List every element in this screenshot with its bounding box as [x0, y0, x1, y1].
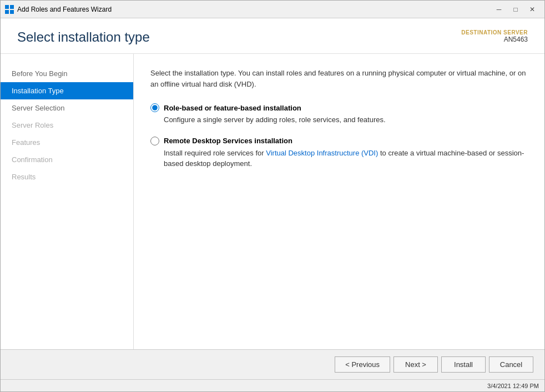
maximize-button[interactable]: □: [508, 4, 523, 15]
main-content: Select installation type DESTINATION SER…: [1, 18, 544, 379]
previous-button[interactable]: < Previous: [335, 356, 390, 373]
close-button[interactable]: ✕: [524, 4, 540, 15]
role-based-radio[interactable]: [150, 103, 159, 112]
sidebar-item-installation-type[interactable]: Installation Type: [1, 82, 133, 99]
window-controls: ─ □ ✕: [491, 4, 540, 15]
sidebar: Before You Begin Installation Type Serve…: [1, 54, 134, 349]
intro-text: Select the installation type. You can in…: [150, 68, 528, 89]
vdi-link[interactable]: Virtual Desktop Infrastructure (VDI): [266, 149, 378, 157]
destination-label: DESTINATION SERVER: [461, 29, 528, 36]
svg-rect-2: [5, 10, 9, 14]
role-based-option: Role-based or feature-based installation…: [150, 103, 528, 125]
page-header: Select installation type DESTINATION SER…: [1, 18, 544, 54]
svg-rect-0: [5, 5, 9, 9]
svg-rect-3: [10, 10, 14, 14]
footer: < Previous Next > Install Cancel: [1, 349, 544, 379]
destination-server: DESTINATION SERVER AN5463: [461, 29, 528, 43]
app-icon: [5, 5, 14, 14]
datetime: 3/4/2021 12:49 PM: [487, 383, 539, 389]
sidebar-item-before-you-begin[interactable]: Before You Begin: [1, 65, 133, 82]
role-based-label-row: Role-based or feature-based installation: [150, 103, 528, 112]
title-bar: Add Roles and Features Wizard ─ □ ✕: [1, 1, 544, 18]
minimize-button[interactable]: ─: [491, 4, 507, 15]
remote-desktop-label-row: Remote Desktop Services installation: [150, 137, 528, 145]
next-button[interactable]: Next >: [393, 356, 438, 373]
destination-name: AN5463: [461, 36, 528, 43]
install-button[interactable]: Install: [441, 356, 486, 373]
remote-desktop-description: Install required role services for Virtu…: [164, 148, 528, 169]
sidebar-item-features: Features: [1, 134, 133, 151]
sidebar-item-results: Results: [1, 168, 133, 185]
cancel-button[interactable]: Cancel: [489, 356, 533, 373]
remote-desktop-title[interactable]: Remote Desktop Services installation: [164, 137, 292, 145]
remote-desktop-radio[interactable]: [150, 137, 159, 145]
role-based-title[interactable]: Role-based or feature-based installation: [164, 104, 301, 112]
remote-desktop-option: Remote Desktop Services installation Ins…: [150, 137, 528, 169]
role-based-description: Configure a single server by adding role…: [164, 114, 528, 125]
svg-rect-1: [10, 5, 14, 9]
sidebar-item-confirmation: Confirmation: [1, 151, 133, 168]
sidebar-item-server-roles: Server Roles: [1, 117, 133, 134]
content-area: Select the installation type. You can in…: [134, 54, 544, 349]
footer-buttons: < Previous Next > Install Cancel: [335, 356, 533, 373]
radio-group: Role-based or feature-based installation…: [150, 103, 528, 169]
sidebar-item-server-selection[interactable]: Server Selection: [1, 99, 133, 117]
status-bar: 3/4/2021 12:49 PM: [1, 379, 544, 391]
window: Add Roles and Features Wizard ─ □ ✕ Sele…: [0, 0, 545, 392]
body-area: Before You Begin Installation Type Serve…: [1, 54, 544, 349]
window-title: Add Roles and Features Wizard: [17, 6, 491, 13]
page-title: Select installation type: [17, 29, 150, 45]
